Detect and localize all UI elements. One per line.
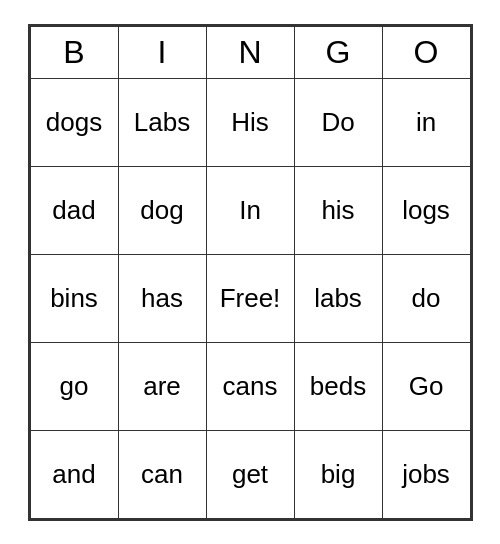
- table-row: goarecansbedsGo: [30, 342, 470, 430]
- header-cell: I: [118, 26, 206, 78]
- table-cell: dogs: [30, 78, 118, 166]
- table-row: daddogInhislogs: [30, 166, 470, 254]
- header-cell: N: [206, 26, 294, 78]
- bingo-body: dogsLabsHisDoindaddogInhislogsbinshasFre…: [30, 78, 470, 518]
- header-cell: O: [382, 26, 470, 78]
- table-cell: labs: [294, 254, 382, 342]
- table-cell: go: [30, 342, 118, 430]
- table-row: andcangetbigjobs: [30, 430, 470, 518]
- table-cell: Free!: [206, 254, 294, 342]
- table-cell: His: [206, 78, 294, 166]
- table-cell: get: [206, 430, 294, 518]
- bingo-table: BINGO dogsLabsHisDoindaddogInhislogsbins…: [30, 26, 471, 519]
- table-cell: and: [30, 430, 118, 518]
- table-cell: Do: [294, 78, 382, 166]
- header-row: BINGO: [30, 26, 470, 78]
- table-cell: Go: [382, 342, 470, 430]
- table-cell: do: [382, 254, 470, 342]
- table-cell: dog: [118, 166, 206, 254]
- table-row: dogsLabsHisDoin: [30, 78, 470, 166]
- table-cell: In: [206, 166, 294, 254]
- bingo-card: BINGO dogsLabsHisDoindaddogInhislogsbins…: [28, 24, 473, 521]
- table-cell: in: [382, 78, 470, 166]
- table-cell: cans: [206, 342, 294, 430]
- table-cell: bins: [30, 254, 118, 342]
- table-cell: his: [294, 166, 382, 254]
- table-cell: beds: [294, 342, 382, 430]
- table-cell: can: [118, 430, 206, 518]
- table-cell: logs: [382, 166, 470, 254]
- header-cell: G: [294, 26, 382, 78]
- table-cell: big: [294, 430, 382, 518]
- table-row: binshasFree!labsdo: [30, 254, 470, 342]
- table-cell: are: [118, 342, 206, 430]
- table-cell: has: [118, 254, 206, 342]
- table-cell: jobs: [382, 430, 470, 518]
- table-cell: Labs: [118, 78, 206, 166]
- table-cell: dad: [30, 166, 118, 254]
- header-cell: B: [30, 26, 118, 78]
